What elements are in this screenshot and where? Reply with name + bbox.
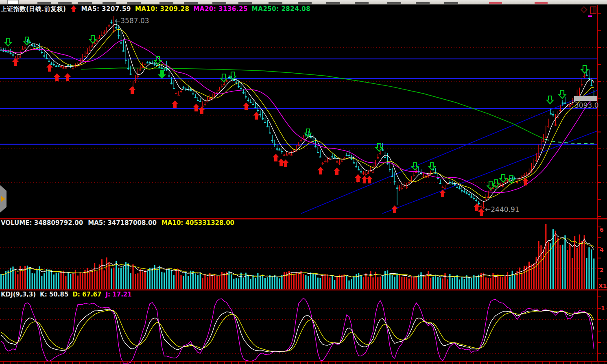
last-price-marker [574, 96, 597, 101]
volume-scale-2: 2 [600, 267, 604, 273]
volume-scale-6: 6 [600, 227, 604, 233]
kdj-scale-100: 1 [601, 305, 605, 312]
pink-marker [588, 15, 592, 17]
split-window-icon[interactable] [590, 7, 596, 14]
last-price-annotation: 3093.0 [574, 101, 598, 109]
trough-annotation: ←2440.91 [485, 205, 520, 214]
volume-scale-4: 4 [600, 246, 604, 253]
diamond-icon[interactable]: ◇ [581, 5, 587, 13]
peak-annotation: ←3587.03 [115, 17, 149, 25]
trading-app-window: 上证指数(日线.前复权)MA5: 3207.59MA10: 3209.28MA2… [0, 0, 607, 364]
volume-unit-label: X1 [598, 283, 607, 289]
chart-canvas[interactable]: ←3587.03 ←2440.91 3093.0 [0, 0, 607, 364]
expand-arrow-icon [1, 196, 5, 202]
